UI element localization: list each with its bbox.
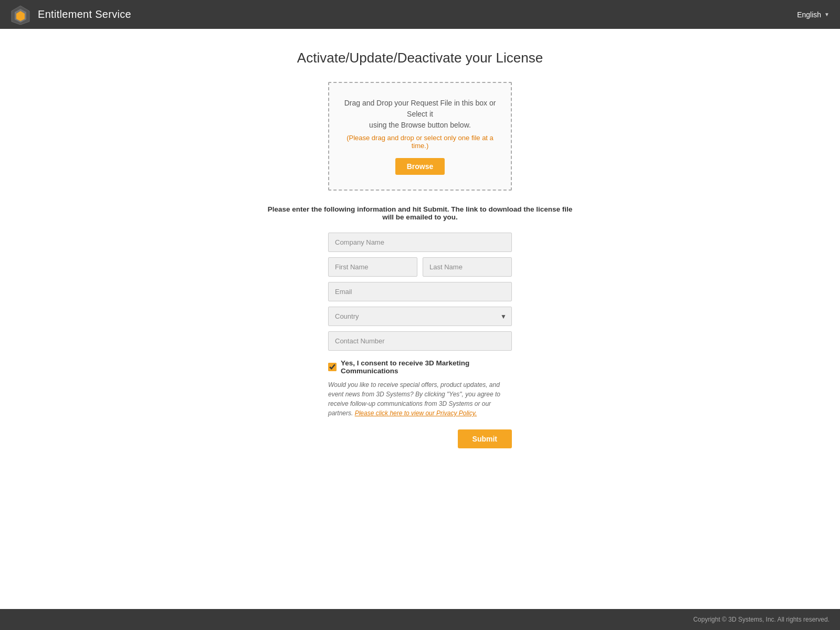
- form-container: Country United States United Kingdom Ger…: [328, 233, 512, 448]
- footer-copyright: Copyright © 3D Systems, Inc. All rights …: [693, 616, 830, 623]
- header: Entitlement Service English ▼: [0, 0, 840, 29]
- form-instruction: Please enter the following information a…: [262, 205, 578, 221]
- drop-zone-instruction: Drag and Drop your Request File in this …: [342, 98, 498, 131]
- submit-row: Submit: [328, 429, 512, 448]
- contact-number-input[interactable]: [328, 331, 512, 351]
- consent-checkbox[interactable]: [328, 363, 337, 371]
- country-select-wrapper: Country United States United Kingdom Ger…: [328, 307, 512, 326]
- privacy-policy-link[interactable]: Please click here to view our Privacy Po…: [355, 410, 477, 417]
- language-label: English: [797, 10, 821, 19]
- main-content: Activate/Update/Deactivate your License …: [0, 29, 840, 609]
- drop-zone-warning: (Please drag and drop or select only one…: [342, 134, 498, 150]
- drop-zone[interactable]: Drag and Drop your Request File in this …: [328, 82, 512, 191]
- consent-section: Yes, I consent to receive 3D Marketing C…: [328, 359, 512, 424]
- header-left: Entitlement Service: [10, 5, 131, 25]
- last-name-input[interactable]: [423, 257, 512, 277]
- 3dsystems-logo-icon: [10, 5, 30, 25]
- country-select[interactable]: Country United States United Kingdom Ger…: [328, 307, 512, 326]
- page-title: Activate/Update/Deactivate your License: [297, 50, 543, 66]
- first-name-input[interactable]: [328, 257, 417, 277]
- email-input[interactable]: [328, 282, 512, 301]
- company-name-field-wrapper: [328, 233, 512, 252]
- name-row: [328, 257, 512, 277]
- consent-label[interactable]: Yes, I consent to receive 3D Marketing C…: [341, 359, 512, 375]
- app-title: Entitlement Service: [38, 8, 131, 20]
- consent-row: Yes, I consent to receive 3D Marketing C…: [328, 359, 512, 375]
- email-field-wrapper: [328, 282, 512, 301]
- company-name-input[interactable]: [328, 233, 512, 252]
- language-selector[interactable]: English ▼: [797, 10, 830, 19]
- submit-button[interactable]: Submit: [458, 429, 512, 448]
- contact-number-field-wrapper: [328, 331, 512, 351]
- browse-button[interactable]: Browse: [395, 158, 445, 175]
- consent-description: Would you like to receive special offers…: [328, 380, 512, 418]
- footer: Copyright © 3D Systems, Inc. All rights …: [0, 609, 840, 630]
- chevron-down-icon: ▼: [824, 12, 830, 17]
